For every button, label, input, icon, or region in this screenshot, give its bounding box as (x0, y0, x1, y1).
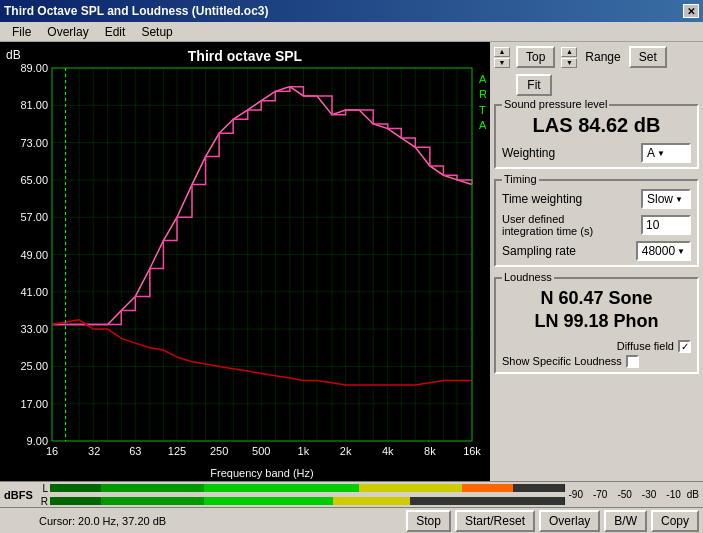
loudness-group-label: Loudness (502, 271, 554, 283)
range-down-arrow[interactable]: ▼ (561, 58, 577, 68)
integration-label: User definedintegration time (s) (502, 213, 593, 237)
stop-button[interactable]: Stop (406, 510, 451, 532)
overlay-button[interactable]: Overlay (539, 510, 600, 532)
top-button[interactable]: Top (516, 46, 555, 68)
chart-db-label: dB (6, 48, 21, 62)
diffuse-row: Diffuse field ✓ (502, 340, 691, 353)
spl-group: Sound pressure level LAS 84.62 dB Weight… (494, 104, 699, 169)
spl-value: LAS 84.62 dB (502, 110, 691, 139)
top-controls: ▲ ▼ Top ▲ ▼ Range Set (494, 46, 699, 68)
meter-seg-r-green-2 (101, 497, 204, 505)
range-arrows: ▲ ▼ (561, 47, 577, 68)
meter-seg-r-green-3 (204, 497, 333, 505)
timing-group: Timing Time weighting Slow ▼ User define… (494, 179, 699, 267)
dbfs-marker-70: -70 (593, 489, 607, 500)
right-panel: ▲ ▼ Top ▲ ▼ Range Set Fit Sound pressure… (490, 42, 703, 481)
window-title: Third Octave SPL and Loudness (Untitled.… (4, 4, 268, 18)
copy-button[interactable]: Copy (651, 510, 699, 532)
chart-side-labels: A R T A (479, 72, 488, 134)
meter-seg-r-off (410, 497, 461, 505)
weighting-dropdown[interactable]: A ▼ (641, 143, 691, 163)
set-button[interactable]: Set (629, 46, 667, 68)
dbfs-marker-unit: dB (687, 489, 699, 500)
top-arrows: ▲ ▼ (494, 47, 510, 68)
cursor-label: Cursor: 20.0 Hz, 37.20 dB (4, 515, 201, 527)
weighting-label: Weighting (502, 146, 555, 160)
bw-button[interactable]: B/W (604, 510, 647, 532)
specific-label: Show Specific Loudness (502, 355, 622, 367)
loudness-group: Loudness N 60.47 Sone LN 99.18 Phon Diff… (494, 277, 699, 374)
menu-overlay[interactable]: Overlay (39, 24, 96, 40)
specific-row: Show Specific Loudness (502, 355, 691, 368)
integration-input[interactable]: 10 (641, 215, 691, 235)
start-reset-button[interactable]: Start/Reset (455, 510, 535, 532)
fit-button[interactable]: Fit (516, 74, 552, 96)
left-channel-label: L (38, 483, 48, 494)
sampling-arrow: ▼ (677, 247, 685, 256)
weighting-row: Weighting A ▼ (502, 143, 691, 163)
timing-group-label: Timing (502, 173, 539, 185)
sampling-label: Sampling rate (502, 244, 576, 258)
title-bar: Third Octave SPL and Loudness (Untitled.… (0, 0, 703, 22)
sampling-dropdown[interactable]: 48000 ▼ (636, 241, 691, 261)
meter-seg-r-off2 (462, 497, 565, 505)
loudness-sone: N 60.47 Sone (502, 287, 691, 310)
right-meter-bar (50, 497, 565, 505)
dbfs-marker-90: -90 (569, 489, 583, 500)
menu-file[interactable]: File (4, 24, 39, 40)
time-weighting-row: Time weighting Slow ▼ (502, 189, 691, 209)
left-meter-row: L (38, 483, 565, 494)
integration-row: User definedintegration time (s) 10 (502, 213, 691, 237)
meter-seg-orange (462, 484, 513, 492)
chart-title: Third octave SPL (0, 48, 490, 64)
chart-canvas (0, 42, 490, 481)
meter-seg-r-yellow (333, 497, 410, 505)
loudness-value: N 60.47 Sone LN 99.18 Phon (502, 283, 691, 336)
time-weighting-dropdown[interactable]: Slow ▼ (641, 189, 691, 209)
meter-seg-off (513, 484, 564, 492)
time-weighting-arrow: ▼ (675, 195, 683, 204)
meter-seg-green-3 (204, 484, 358, 492)
dbfs-bar: dBFS L R -90 -7 (0, 481, 703, 507)
range-label-text: Range (583, 48, 622, 66)
meter-seg-green-1 (50, 484, 101, 492)
dbfs-label: dBFS (4, 489, 34, 501)
menu-bar: File Overlay Edit Setup (0, 22, 703, 42)
left-meter-bar (50, 484, 565, 492)
sampling-row: Sampling rate 48000 ▼ (502, 241, 691, 261)
sampling-value: 48000 (642, 244, 675, 258)
weighting-arrow: ▼ (657, 149, 665, 158)
top-up-arrow[interactable]: ▲ (494, 47, 510, 57)
specific-checkbox[interactable] (626, 355, 639, 368)
dbfs-marker-10: -10 (666, 489, 680, 500)
right-meter-row: R (38, 496, 565, 507)
close-button[interactable]: ✕ (683, 4, 699, 18)
dbfs-markers: -90 -70 -50 -30 -10 dB (569, 489, 700, 500)
range-up-arrow[interactable]: ▲ (561, 47, 577, 57)
bottom-bar: Cursor: 20.0 Hz, 37.20 dB Stop Start/Res… (0, 507, 703, 533)
menu-edit[interactable]: Edit (97, 24, 134, 40)
meter-container: L R (38, 483, 565, 507)
dbfs-marker-50: -50 (617, 489, 631, 500)
chart-area: Third octave SPL dB A R T A (0, 42, 490, 481)
meter-seg-green-2 (101, 484, 204, 492)
right-channel-label: R (38, 496, 48, 507)
diffuse-checkbox[interactable]: ✓ (678, 340, 691, 353)
top-down-arrow[interactable]: ▼ (494, 58, 510, 68)
time-weighting-value: Slow (647, 192, 673, 206)
menu-setup[interactable]: Setup (133, 24, 180, 40)
spl-group-label: Sound pressure level (502, 98, 609, 110)
weighting-value: A (647, 146, 655, 160)
diffuse-label: Diffuse field (617, 340, 674, 352)
time-weighting-label: Time weighting (502, 192, 582, 206)
meter-seg-r-green-1 (50, 497, 101, 505)
loudness-phon: LN 99.18 Phon (502, 310, 691, 333)
meter-seg-yellow (359, 484, 462, 492)
dbfs-marker-30: -30 (642, 489, 656, 500)
